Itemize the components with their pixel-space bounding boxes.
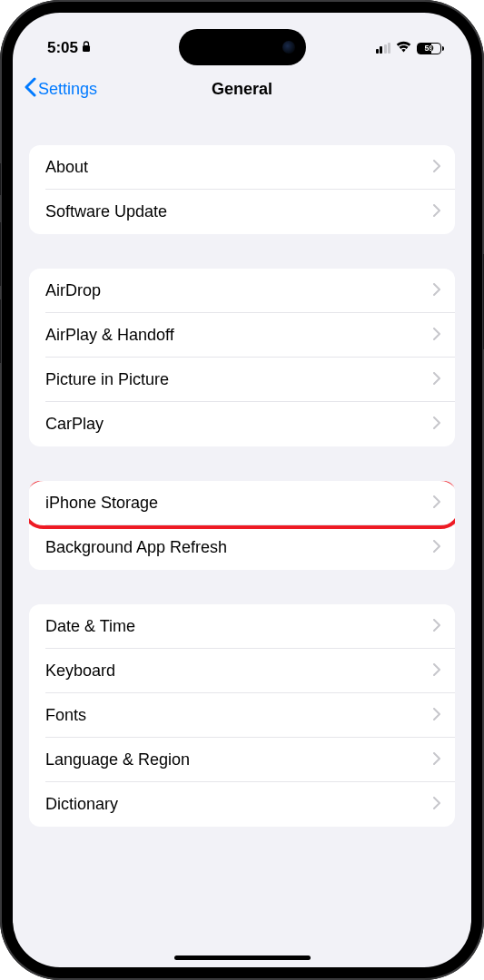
side-button (0, 163, 1, 195)
row-fonts[interactable]: Fonts (29, 693, 455, 738)
page-title: General (212, 80, 272, 99)
row-label: Language & Region (45, 750, 190, 769)
chevron-right-icon (433, 538, 440, 557)
back-label: Settings (38, 80, 97, 99)
settings-section: iPhone Storage Background App Refresh (29, 481, 455, 570)
settings-section: About Software Update (29, 145, 455, 234)
row-software-update[interactable]: Software Update (29, 190, 455, 234)
wifi-icon (396, 39, 411, 57)
row-dictionary[interactable]: Dictionary (29, 782, 455, 827)
side-button (0, 222, 1, 286)
battery-icon: 59 (417, 43, 444, 54)
row-language-region[interactable]: Language & Region (29, 738, 455, 782)
chevron-right-icon (433, 415, 440, 434)
chevron-right-icon (433, 795, 440, 814)
row-picture-in-picture[interactable]: Picture in Picture (29, 358, 455, 402)
screen: 5:05 59 (13, 13, 471, 967)
chevron-right-icon (433, 494, 440, 513)
row-label: Keyboard (45, 662, 115, 681)
row-airplay-handoff[interactable]: AirPlay & Handoff (29, 313, 455, 358)
home-indicator[interactable] (174, 956, 311, 960)
chevron-right-icon (433, 202, 440, 221)
row-airdrop[interactable]: AirDrop (29, 269, 455, 313)
status-left: 5:05 (47, 39, 91, 57)
cellular-signal-icon (376, 43, 391, 54)
camera-icon (282, 41, 295, 54)
row-date-time[interactable]: Date & Time (29, 604, 455, 649)
chevron-right-icon (433, 326, 440, 345)
row-label: Fonts (45, 706, 86, 725)
row-label: Picture in Picture (45, 370, 169, 389)
row-label: AirDrop (45, 281, 101, 300)
chevron-right-icon (433, 158, 440, 177)
status-time: 5:05 (47, 39, 78, 57)
chevron-right-icon (433, 617, 440, 636)
settings-content: About Software Update AirDrop AirPlay & … (13, 111, 471, 827)
row-label: iPhone Storage (45, 494, 158, 513)
battery-level: 59 (424, 44, 433, 53)
row-keyboard[interactable]: Keyboard (29, 649, 455, 693)
chevron-right-icon (433, 750, 440, 769)
dynamic-island (179, 29, 306, 65)
row-iphone-storage[interactable]: iPhone Storage (29, 481, 455, 525)
settings-section: Date & Time Keyboard Fonts Language & Re… (29, 604, 455, 827)
nav-bar: Settings General (13, 67, 471, 111)
settings-section: AirDrop AirPlay & Handoff Picture in Pic… (29, 269, 455, 446)
chevron-left-icon (24, 77, 36, 102)
row-label: Date & Time (45, 617, 135, 636)
chevron-right-icon (433, 662, 440, 681)
phone-frame: 5:05 59 (0, 0, 484, 980)
row-label: Background App Refresh (45, 538, 227, 557)
status-right: 59 (376, 39, 445, 57)
row-background-app-refresh[interactable]: Background App Refresh (29, 525, 455, 570)
row-carplay[interactable]: CarPlay (29, 402, 455, 446)
row-label: About (45, 158, 88, 177)
chevron-right-icon (433, 281, 440, 300)
side-button (0, 299, 1, 363)
row-label: CarPlay (45, 415, 104, 434)
orientation-lock-icon (82, 39, 91, 57)
svg-rect-0 (83, 45, 90, 52)
chevron-right-icon (433, 370, 440, 389)
chevron-right-icon (433, 706, 440, 725)
row-label: AirPlay & Handoff (45, 326, 174, 345)
row-about[interactable]: About (29, 145, 455, 190)
back-button[interactable]: Settings (24, 77, 97, 102)
row-label: Software Update (45, 202, 167, 221)
row-label: Dictionary (45, 795, 118, 814)
